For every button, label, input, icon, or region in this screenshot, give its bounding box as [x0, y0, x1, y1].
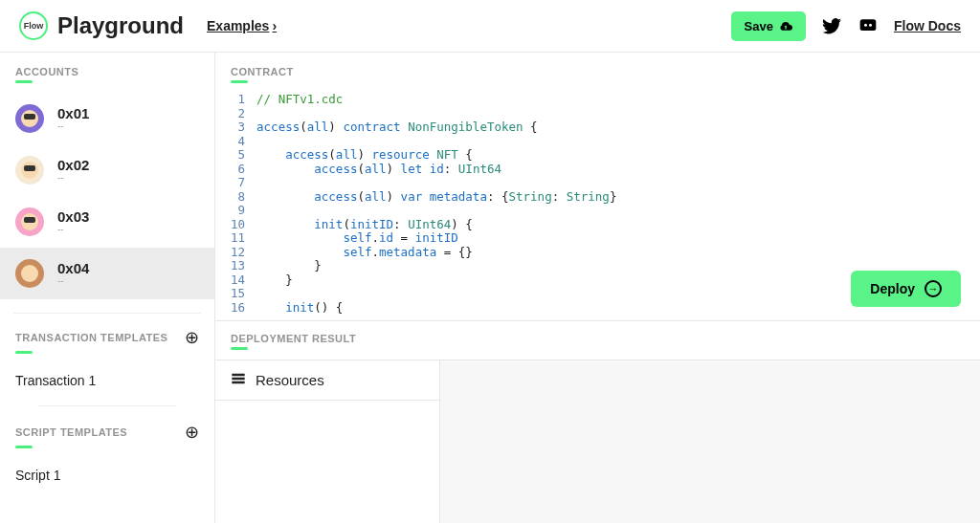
code-line[interactable]: // NFTv1.cdc [256, 93, 616, 107]
code-line[interactable] [256, 135, 616, 149]
heading-accent [15, 80, 33, 83]
flow-logo-icon: Flow [19, 11, 48, 40]
chevron-right-icon: › [272, 18, 277, 33]
code-line[interactable] [256, 204, 616, 218]
account-sub: -- [57, 275, 89, 286]
contract-panel: CONTRACT 12345678910111213141516 // NFTv… [215, 53, 980, 321]
avatar-icon [15, 156, 44, 185]
save-label: Save [745, 19, 773, 33]
docs-label: Flow Docs [894, 18, 961, 33]
account-sub: -- [57, 120, 89, 131]
code-line[interactable]: access(all) resource NFT { [256, 148, 616, 163]
save-button[interactable]: Save [731, 11, 806, 41]
code-line[interactable]: } [256, 259, 616, 273]
add-transaction-icon[interactable]: ⊕ [185, 327, 200, 348]
account-item-0x04[interactable]: 0x04 -- [0, 248, 214, 299]
main: ACCOUNTS 0x01 -- 0x02 -- 0x03 [0, 53, 980, 523]
avatar-icon [15, 207, 44, 236]
app-title: Playground [57, 12, 184, 39]
deployment-result-panel: DEPLOYMENT RESULT [215, 321, 980, 360]
content: CONTRACT 12345678910111213141516 // NFTv… [215, 53, 980, 523]
code-line[interactable]: init() { [256, 301, 616, 316]
result-heading: DEPLOYMENT RESULT [231, 333, 980, 347]
code-line[interactable]: access(all) var metadata: {String: Strin… [256, 190, 616, 205]
deploy-button[interactable]: Deploy → [851, 271, 961, 307]
account-name: 0x02 [57, 158, 89, 172]
accounts-heading: ACCOUNTS [0, 66, 214, 80]
resources-icon [231, 372, 246, 388]
code-line[interactable] [256, 176, 616, 190]
header-left: Flow Playground Examples › [19, 11, 277, 40]
heading-accent [15, 351, 33, 354]
svg-point-1 [864, 24, 867, 27]
heading-accent [231, 347, 248, 350]
resources-label: Resources [256, 372, 324, 388]
code-line[interactable]: self.id = initID [256, 231, 616, 246]
account-list: 0x01 -- 0x02 -- 0x03 -- [0, 93, 214, 299]
script-heading-label: SCRIPT TEMPLATES [15, 426, 127, 438]
examples-link[interactable]: Examples › [207, 18, 277, 33]
account-item-0x03[interactable]: 0x03 -- [0, 196, 214, 248]
code-body[interactable]: // NFTv1.cdcaccess(all) contract NonFung… [256, 93, 616, 315]
deploy-label: Deploy [870, 281, 915, 296]
bottom-empty-area [440, 360, 980, 524]
account-item-0x02[interactable]: 0x02 -- [0, 144, 214, 196]
examples-label: Examples [207, 18, 269, 33]
logo[interactable]: Flow Playground [19, 11, 184, 40]
code-line[interactable]: access(all) let id: UInt64 [256, 163, 616, 177]
resources-body [215, 401, 440, 524]
script-template-item[interactable]: Script 1 [0, 458, 214, 492]
discord-icon[interactable] [858, 15, 879, 36]
twitter-icon[interactable] [821, 15, 842, 36]
account-item-0x01[interactable]: 0x01 -- [0, 93, 214, 144]
code-line[interactable] [256, 287, 616, 301]
code-line[interactable]: self.metadata = {} [256, 246, 616, 260]
contract-heading: CONTRACT [231, 66, 980, 80]
heading-accent [231, 80, 248, 83]
account-name: 0x03 [57, 209, 89, 224]
divider [38, 405, 176, 406]
sidebar: ACCOUNTS 0x01 -- 0x02 -- 0x03 [0, 53, 215, 523]
code-line[interactable]: access(all) contract NonFungibleToken { [256, 120, 616, 135]
divider [13, 313, 201, 314]
account-name: 0x01 [57, 106, 89, 120]
flow-docs-link[interactable]: Flow Docs [894, 18, 961, 33]
script-templates-heading: SCRIPT TEMPLATES ⊕ [0, 422, 214, 446]
svg-rect-0 [860, 19, 877, 31]
svg-point-2 [869, 24, 872, 27]
add-script-icon[interactable]: ⊕ [185, 422, 200, 443]
header: Flow Playground Examples › Save Flow Doc… [0, 0, 980, 53]
account-sub: -- [57, 172, 89, 183]
transaction-template-item[interactable]: Transaction 1 [0, 363, 214, 398]
transaction-templates-heading: TRANSACTION TEMPLATES ⊕ [0, 327, 214, 351]
cloud-upload-icon [779, 19, 792, 33]
heading-accent [15, 446, 33, 448]
tx-heading-label: TRANSACTION TEMPLATES [15, 332, 167, 343]
flow-logo-text: Flow [24, 21, 44, 31]
line-gutter: 12345678910111213141516 [231, 93, 256, 315]
account-name: 0x04 [57, 261, 89, 275]
resources-tab[interactable]: Resources [215, 360, 440, 401]
code-line[interactable] [256, 107, 616, 121]
avatar-icon [15, 104, 44, 133]
avatar-icon [15, 259, 44, 288]
header-right: Save Flow Docs [731, 11, 961, 41]
account-sub: -- [57, 224, 89, 234]
code-line[interactable]: init(initID: UInt64) { [256, 218, 616, 232]
code-line[interactable]: } [256, 273, 616, 288]
arrow-right-circle-icon: → [924, 280, 942, 297]
bottom-panel: Resources [215, 360, 980, 524]
